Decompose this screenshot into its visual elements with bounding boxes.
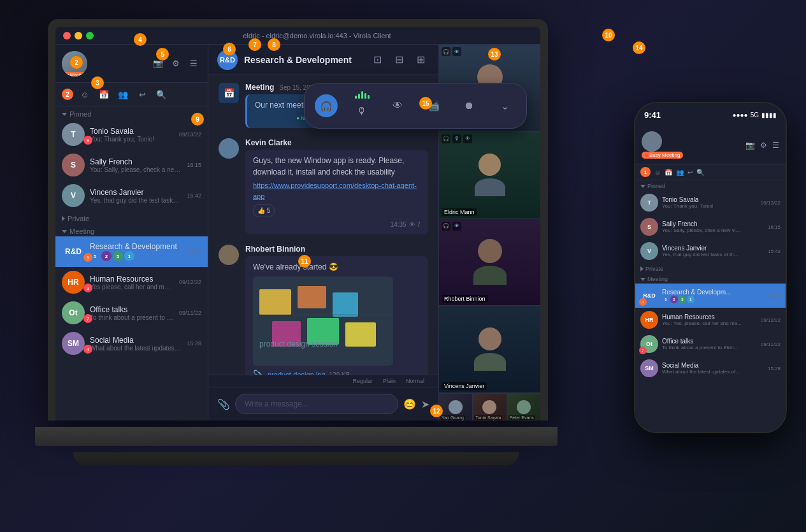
kevin-time: 14:35 bbox=[391, 220, 407, 229]
maximize-button[interactable] bbox=[86, 32, 94, 40]
chat-item-rnd[interactable]: R&D 9 Research & Development 5 2 5 1 bbox=[55, 236, 208, 267]
phone-device: 9:41 ●●●● 5G ▮▮▮▮ Busy Meeting 📷 bbox=[634, 102, 787, 433]
hr-avatar: HR bbox=[62, 271, 85, 294]
minimize-button[interactable] bbox=[75, 32, 82, 40]
emoji-button[interactable]: 😊 bbox=[403, 398, 416, 410]
product-design-image: product design session bbox=[253, 277, 393, 366]
phone-contacts-icon[interactable]: 👥 bbox=[676, 169, 684, 176]
headphones-eldric-icon: 🎧 bbox=[442, 134, 450, 143]
phone-pinned-collapse-icon bbox=[640, 185, 645, 188]
rnd-unread: 9 bbox=[83, 253, 92, 262]
meeting-author: Meeting bbox=[245, 83, 274, 92]
phone-chat-rnd[interactable]: R&D 3 Research & Developm... 5 2 5 1 14:… bbox=[635, 284, 786, 308]
vincens-info: Vincens Janvier Yes, that guy did the te… bbox=[90, 188, 182, 204]
phone-mood-icon[interactable]: ☺ bbox=[654, 169, 661, 176]
message-type-options: Regular Plain Normal bbox=[208, 375, 438, 387]
phone-vincens-time: 15:42 bbox=[768, 248, 781, 254]
annotation-10: 10 bbox=[602, 29, 615, 41]
type-regular[interactable]: Regular bbox=[347, 377, 378, 385]
chat-item-social[interactable]: SM 4 Social Media What about the latest … bbox=[55, 328, 208, 359]
minimize-chat-icon[interactable]: ⊟ bbox=[390, 51, 408, 69]
tonia-name-tag: Tonia Sayala bbox=[474, 415, 502, 420]
settings-icon[interactable]: ⚙ bbox=[168, 56, 184, 71]
phone-office-info: Office talks To think about a present to… bbox=[662, 338, 757, 350]
type-plain[interactable]: Plain bbox=[378, 377, 401, 385]
collapse-meeting-icon bbox=[62, 230, 67, 233]
search-icon[interactable]: 🔍 bbox=[154, 87, 169, 102]
status-text: Busy Meeting bbox=[62, 73, 86, 76]
phone-meeting-label: Meeting bbox=[647, 276, 668, 282]
rnd-badges: 5 2 5 1 bbox=[90, 251, 182, 261]
level-bar-4 bbox=[364, 93, 366, 99]
camera-off-button[interactable]: 👁 bbox=[386, 94, 409, 117]
sally-time: 16:15 bbox=[187, 162, 201, 168]
rnd-name: Research & Development bbox=[90, 242, 182, 251]
annotation-13: 13 bbox=[488, 48, 501, 61]
chat-item-sally[interactable]: S Sally French You: Sally, please, check… bbox=[55, 150, 208, 180]
phone-hr-avatar-wrapper: HR bbox=[640, 311, 658, 329]
attachment-button[interactable]: 📎 bbox=[217, 398, 230, 410]
tonio-time: 09/13/22 bbox=[179, 131, 201, 138]
phone-chat-sally[interactable]: S Sally French You: Sally, please, chek … bbox=[635, 215, 786, 239]
notification-count: 2 bbox=[62, 89, 73, 100]
more-button[interactable]: ⌄ bbox=[493, 94, 516, 117]
message-input[interactable]: Write a message... bbox=[235, 394, 398, 414]
status-badge: Busy Meeting bbox=[62, 72, 87, 76]
phone-chat-vincens[interactable]: V Vincens Janvier Yes, that guy did test… bbox=[635, 239, 786, 263]
eldric-head bbox=[479, 154, 501, 176]
sally-preview: You: Sally, please, check a new vide ... bbox=[90, 166, 182, 173]
mood-icon[interactable]: ☺ bbox=[77, 87, 92, 102]
phone-badge-1: 1 bbox=[687, 296, 694, 303]
headphones-button[interactable]: 🎧 bbox=[315, 94, 338, 117]
kevin-url[interactable]: https://www.providesupport.com/desktop-c… bbox=[253, 180, 421, 201]
phone-chat-tonio[interactable]: T Tonio Savala You: Thank you, Tonio! 09… bbox=[635, 191, 786, 215]
phone-tonio-name: Tonio Savala bbox=[662, 196, 757, 203]
phone-signal-icons: ●●●● 5G ▮▮▮▮ bbox=[732, 111, 777, 119]
phone-unread-count: 1 bbox=[640, 167, 651, 177]
svg-rect-1 bbox=[259, 289, 291, 315]
image-size: 129 KB bbox=[329, 370, 350, 375]
phone-toolbar: 📷 ⚙ ☰ bbox=[745, 141, 779, 150]
mic-button[interactable]: 🎙 bbox=[350, 100, 373, 123]
record-button[interactable]: ⏺ bbox=[457, 94, 480, 117]
vincens-video-face bbox=[439, 306, 540, 392]
annotation-11: 11 bbox=[298, 255, 311, 268]
phone-camera-icon[interactable]: 📷 bbox=[745, 141, 755, 150]
video-tile-eldric: 🎧 🎙 👁 Eldric Mann bbox=[439, 132, 540, 219]
type-normal[interactable]: Normal bbox=[401, 377, 429, 385]
laptop-screen: eldric - eldric@demo.virola.io:443 - Vir… bbox=[55, 27, 540, 421]
phone-chat-social[interactable]: SM Social Media What about the latest up… bbox=[635, 356, 786, 380]
kevin-author: Kevin Clarke bbox=[245, 138, 292, 147]
menu-icon[interactable]: ☰ bbox=[186, 56, 201, 71]
image-filename[interactable]: product-design.jpg bbox=[268, 370, 326, 375]
annotation-12: 12 bbox=[430, 405, 443, 417]
thumbsup-reaction[interactable]: 👍 5 bbox=[253, 204, 275, 217]
phone-history-icon[interactable]: ↩ bbox=[687, 169, 693, 176]
herbert-controls: 🎧 👁 bbox=[442, 47, 461, 56]
mic-area: 🎙 bbox=[350, 89, 373, 123]
sidebar-toolbar: 2 ☺ 📅 👥 ↩ 🔍 bbox=[55, 83, 208, 106]
rhobert-video-bg bbox=[439, 219, 540, 306]
fullscreen-icon[interactable]: ⊞ bbox=[412, 51, 429, 69]
chat-item-hr[interactable]: HR 3 Human Resources Yes please, call he… bbox=[55, 267, 208, 298]
close-button[interactable] bbox=[63, 32, 71, 40]
phone-menu-icon[interactable]: ☰ bbox=[772, 141, 779, 150]
phone-settings-icon[interactable]: ⚙ bbox=[760, 141, 767, 150]
chat-item-office[interactable]: Ot 7 Office talks To think about a prese… bbox=[55, 298, 208, 328]
level-bar-1 bbox=[355, 96, 357, 99]
chat-item-vincens[interactable]: V Vincens Janvier Yes, that guy did the … bbox=[55, 180, 208, 211]
phone-search-icon[interactable]: 🔍 bbox=[696, 169, 704, 176]
contacts-icon[interactable]: 👥 bbox=[115, 87, 131, 102]
chat-item-tonio[interactable]: T 9 Tonio Savala You: Thank you, Tonio! … bbox=[55, 119, 208, 150]
history-icon[interactable]: ↩ bbox=[134, 87, 150, 102]
message-kevin: Kevin Clarke Guys, the new Window app is… bbox=[219, 138, 428, 234]
eldric-face bbox=[439, 132, 540, 219]
kevin-views: 👁 7 bbox=[409, 220, 421, 229]
screen-share-icon[interactable]: ⊡ bbox=[368, 51, 386, 69]
phone-calendar-icon[interactable]: 📅 bbox=[665, 169, 672, 176]
mic-eldric-icon: 🎙 bbox=[452, 134, 461, 143]
phone-chat-office[interactable]: Ot 7 Office talks To think about a prese… bbox=[635, 332, 786, 356]
office-info: Office talks To think about a present to… bbox=[90, 305, 174, 321]
phone-chat-hr[interactable]: HR Human Resources You: Yes, please, cal… bbox=[635, 308, 786, 332]
send-button[interactable]: ➤ bbox=[421, 398, 429, 410]
